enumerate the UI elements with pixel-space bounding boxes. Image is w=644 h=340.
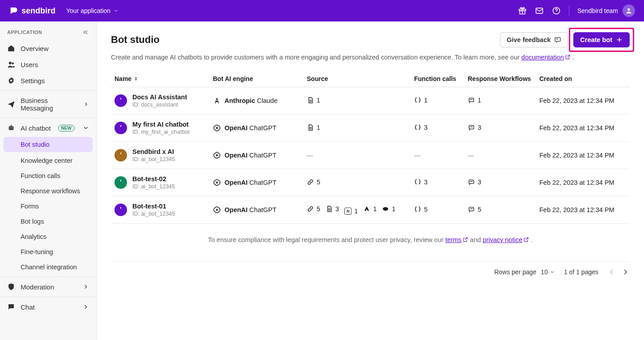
svg-point-24 <box>121 100 122 101</box>
sidebar-item-overview[interactable]: Overview <box>0 40 96 56</box>
rpp-select[interactable]: 10 <box>541 268 555 276</box>
chevron-right-icon <box>83 284 89 290</box>
functions-cell: 5 <box>414 206 468 214</box>
sidebar-item-knowledge-center[interactable]: Knowledge center <box>0 153 96 168</box>
terms-link[interactable]: terms <box>445 236 468 243</box>
bot-id: ID: ai_bot_12345 <box>132 156 175 162</box>
external-link-icon <box>565 54 571 60</box>
svg-point-45 <box>120 153 121 153</box>
sidebar-item-function-calls[interactable]: Function calls <box>0 168 96 183</box>
brand-logo[interactable]: sendbird <box>9 6 55 16</box>
team-menu[interactable]: Sendbird team <box>577 4 635 17</box>
divider <box>0 276 96 277</box>
bot-name: Sendbird x AI <box>132 148 175 155</box>
sidebar-item-response-workflows[interactable]: Response workflows <box>0 183 96 199</box>
robot-icon <box>7 124 15 132</box>
sidebar-item-fine-tuning[interactable]: Fine-tuning <box>0 244 96 259</box>
workflow-count: 5 <box>468 206 481 213</box>
svg-point-10 <box>10 80 13 82</box>
bots-table: Name Bot AI engine Source Function calls… <box>111 71 630 224</box>
sidebar-item-label: Channel integration <box>21 264 77 271</box>
feedback-label: Give feedback <box>507 36 551 43</box>
sidebar-collapse-icon[interactable] <box>82 29 89 36</box>
svg-rect-15 <box>555 38 560 42</box>
sidebar-item-analytics[interactable]: Analytics <box>0 229 96 244</box>
sidebar-item-label: Users <box>21 61 38 68</box>
team-name: Sendbird team <box>577 7 618 14</box>
sidebar-item-forms[interactable]: Forms <box>0 199 96 214</box>
table-row[interactable]: Sendbird x AIID: ai_bot_12345OpenAI Chat… <box>111 142 630 169</box>
source-cell: — <box>307 152 414 159</box>
next-page-button[interactable] <box>622 268 630 276</box>
created-cell: Feb 22, 2023 at 12:34 PM <box>539 97 626 104</box>
workflow-count: 3 <box>468 178 481 186</box>
svg-point-51 <box>120 180 121 181</box>
svg-point-57 <box>121 209 122 210</box>
create-bot-button[interactable]: Create bot <box>573 32 630 47</box>
brand-name: sendbird <box>21 6 55 16</box>
sidebar-item-bot-studio[interactable]: Bot studio <box>4 137 93 152</box>
sidebar-item-bot-logs[interactable]: Bot logs <box>0 214 96 229</box>
divider <box>569 5 569 16</box>
sidebar-item-label: Fine-tuning <box>21 248 53 255</box>
engine-cell: Anthropic Claude <box>213 97 307 105</box>
sidebar-item-ai-chatbot[interactable]: AI chatbot NEW <box>0 120 96 136</box>
pager-nav <box>607 268 630 276</box>
svg-point-66 <box>383 207 388 211</box>
created-cell: Feb 22, 2023 at 12:34 PM <box>539 124 626 132</box>
th-name[interactable]: Name <box>114 75 213 82</box>
sidebar-item-label: Bot studio <box>21 141 50 148</box>
table-row[interactable]: Bot-test-02ID: ai_bot_12345OpenAI ChatGP… <box>111 169 630 196</box>
bot-avatar <box>114 204 127 216</box>
header-actions: Give feedback Create bot <box>500 32 630 47</box>
privacy-link[interactable]: privacy notice <box>483 236 529 243</box>
svg-rect-53 <box>469 180 474 183</box>
svg-point-17 <box>559 39 559 39</box>
documentation-link[interactable]: documentation <box>521 54 571 61</box>
sidebar-item-moderation[interactable]: Moderation <box>0 279 96 295</box>
chevron-down-icon <box>113 8 119 13</box>
give-feedback-button[interactable]: Give feedback <box>500 32 568 47</box>
th-created: Created on <box>539 75 626 82</box>
source-doc: 3 <box>326 205 339 212</box>
source-cell: 5 <box>307 178 414 187</box>
bot-avatar <box>114 122 127 134</box>
created-cell: Feb 22, 2023 at 12:34 PM <box>539 206 626 213</box>
help-icon[interactable] <box>552 6 561 15</box>
sidebar-item-label: Bot logs <box>21 218 44 225</box>
svg-rect-41 <box>119 154 123 157</box>
name-cell: Sendbird x AIID: ai_bot_12345 <box>114 148 213 162</box>
function-count: 1 <box>414 97 428 104</box>
mail-icon[interactable] <box>535 6 544 15</box>
prev-page-button[interactable] <box>607 268 615 276</box>
th-workflows: Response Workflows <box>468 75 539 82</box>
users-icon <box>7 60 15 68</box>
plus-icon <box>616 36 623 43</box>
function-count: 5 <box>414 206 428 213</box>
table-row[interactable]: Bot-test-01ID: ai_bot_12345OpenAI ChatGP… <box>111 196 630 224</box>
function-count: 3 <box>414 178 428 186</box>
svg-point-7 <box>9 62 12 64</box>
sidebar-item-settings[interactable]: Settings <box>0 72 96 89</box>
compliance-notice: To ensure compliance with legal requirem… <box>111 236 630 243</box>
svg-point-35 <box>120 125 121 126</box>
bot-id: ID: docs_assistant <box>132 102 187 108</box>
gift-icon[interactable] <box>518 6 527 15</box>
desc-text: Create and manage AI chatbots to provide… <box>111 54 521 61</box>
source-cell: 1 <box>307 97 414 105</box>
workflows-cell: 3 <box>468 178 539 187</box>
sidebar-item-business-messaging[interactable]: Business Messaging <box>0 93 96 116</box>
table-row[interactable]: My first AI chatbotID: my_first_ai_chatb… <box>111 115 630 142</box>
create-label: Create bot <box>580 36 612 43</box>
page-indicator: 1 of 1 pages <box>564 268 598 276</box>
sidebar-item-label: Business Messaging <box>21 97 78 112</box>
sidebar-item-channel-integration[interactable]: Channel integration <box>0 259 96 275</box>
bot-name: Bot-test-01 <box>132 203 175 210</box>
sidebar-item-chat[interactable]: Chat <box>0 299 96 315</box>
app-switcher[interactable]: Your application <box>66 7 119 14</box>
svg-point-46 <box>216 155 218 156</box>
paper-plane-icon <box>7 100 15 108</box>
sidebar-item-users[interactable]: Users <box>0 56 96 72</box>
svg-rect-22 <box>119 99 123 102</box>
table-row[interactable]: Docs AI AssistantID: docs_assistantAnthr… <box>111 87 630 115</box>
